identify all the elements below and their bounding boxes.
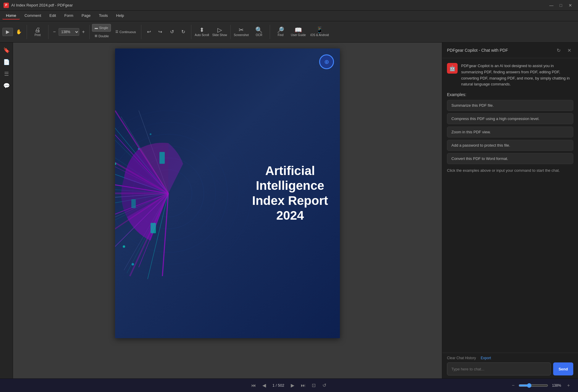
print-label: Print — [35, 33, 41, 37]
window-title: AI Index Report 2024.pdf - PDFgear — [11, 3, 545, 7]
separator-6 — [230, 25, 231, 39]
screenshot-button[interactable]: ✂ Screenshot — [233, 23, 250, 41]
separator-4 — [141, 25, 141, 39]
minimize-button[interactable]: — — [547, 2, 556, 8]
auto-scroll-button[interactable]: ⬍ Auto Scroll — [194, 23, 210, 41]
sidebar-comments-button[interactable]: 💬 — [1, 80, 12, 91]
print-button[interactable]: 🖨 Print — [29, 23, 46, 41]
continuous-icon: ☰ — [115, 30, 118, 34]
sidebar-pages-button[interactable]: 📄 — [1, 57, 12, 67]
ios-android-icon: 📱 — [316, 27, 323, 33]
copilot-hint-text: Click the examples above or input your c… — [447, 168, 573, 174]
undo-button[interactable]: ↩ — [144, 28, 154, 36]
example-btn-4[interactable]: Convert this PDF to Word format. — [447, 153, 573, 164]
copilot-close-button[interactable]: ✕ — [565, 46, 573, 54]
screenshot-label: Screenshot — [234, 33, 249, 37]
view-modes-group-2: ☰ Continuous — [113, 28, 139, 36]
double-label: Double — [99, 34, 109, 38]
copilot-header-left: PDFgear Copilot - Chat with PDF — [447, 48, 508, 53]
send-button[interactable]: Send — [553, 362, 573, 375]
separator-3 — [89, 25, 90, 39]
copilot-intro-text: PDFgear Copilot is an AI tool designed t… — [461, 63, 573, 88]
pdf-logo-badge: ⊕ — [319, 54, 334, 69]
main-content: 🔖 📄 ☰ 💬 — [0, 43, 578, 378]
ios-android-label: iOS & Android — [310, 33, 329, 37]
find-label: Find — [278, 33, 283, 37]
auto-scroll-label: Auto Scroll — [195, 33, 209, 37]
zoom-in-button[interactable]: + — [80, 28, 87, 35]
pdf-page: Artificial Intelligence Index Report 202… — [115, 48, 340, 338]
example-btn-1[interactable]: Compress this PDF using a high compressi… — [447, 113, 573, 124]
sidebar-bookmark-button[interactable]: 🔖 — [1, 45, 12, 56]
zoom-out-button[interactable]: − — [51, 28, 58, 35]
rotate-view-button[interactable]: ↺ — [320, 381, 329, 390]
single-page-icon: ▬ — [95, 26, 98, 30]
pdf-cover-title: Artificial Intelligence Index Report 202… — [252, 163, 328, 223]
user-guide-label: User Guide — [291, 33, 306, 37]
maximize-button[interactable]: □ — [557, 2, 565, 8]
close-button[interactable]: ✕ — [566, 2, 574, 8]
undo-redo-group: ↩ ↪ — [144, 28, 166, 36]
svg-point-35 — [123, 245, 125, 248]
pdf-viewer-area[interactable]: Artificial Intelligence Index Report 202… — [13, 43, 442, 378]
single-label: Single — [99, 26, 108, 30]
redo-button[interactable]: ↪ — [155, 28, 166, 36]
first-page-button[interactable]: ⏮ — [249, 381, 258, 390]
copilot-footer: Clear Chat History Export Send — [442, 353, 578, 378]
svg-rect-41 — [159, 152, 165, 164]
find-button[interactable]: 🔎 Find — [272, 23, 289, 41]
rotate-right-button[interactable]: ↻ — [178, 28, 189, 36]
copilot-robot-icon: 🤖 — [447, 63, 458, 74]
find-icon: 🔎 — [277, 27, 284, 33]
chat-input-field[interactable] — [447, 362, 551, 375]
double-page-button[interactable]: ⊞ Double — [92, 32, 112, 40]
last-page-button[interactable]: ⏭ — [298, 381, 308, 390]
copilot-intro-row: 🤖 PDFgear Copilot is an AI tool designed… — [447, 63, 573, 88]
ocr-label: OCR — [256, 33, 262, 37]
bottom-bar: ⏮ ◀ 1 / 502 ▶ ⏭ ⊡ ↺ − 138% + — [0, 378, 578, 392]
app-icon: P — [4, 3, 9, 8]
menu-edit[interactable]: Edit — [46, 12, 59, 20]
export-button[interactable]: Export — [481, 356, 491, 360]
example-btn-3[interactable]: Add a password to protect this file. — [447, 140, 573, 151]
menu-home[interactable]: Home — [2, 12, 20, 20]
fit-page-button[interactable]: ⊡ — [309, 381, 319, 390]
separator-2 — [48, 25, 49, 39]
prev-page-button[interactable]: ◀ — [259, 381, 269, 390]
screenshot-icon: ✂ — [239, 27, 244, 33]
auto-scroll-icon: ⬍ — [199, 27, 204, 33]
rotate-left-button[interactable]: ↺ — [167, 28, 177, 36]
clear-history-button[interactable]: Clear Chat History — [447, 356, 476, 360]
next-page-button[interactable]: ▶ — [288, 381, 297, 390]
hand-tool-button[interactable]: ✋ — [14, 28, 24, 36]
menu-comment[interactable]: Comment — [21, 12, 45, 20]
select-tool-button[interactable]: ▶ — [2, 28, 13, 36]
continuous-label: Continuous — [120, 30, 136, 34]
zoom-select[interactable]: 138% 100% 75% 50% 200% — [59, 28, 79, 36]
bottom-zoom-in-button[interactable]: + — [565, 382, 572, 389]
examples-label: Examples: — [447, 92, 573, 97]
slide-show-button[interactable]: ▷ Slide Show — [211, 23, 228, 41]
copilot-refresh-button[interactable]: ↻ — [554, 46, 563, 54]
ocr-icon: 🔍 — [255, 27, 263, 33]
ai-graphic-svg — [115, 105, 257, 282]
menu-help[interactable]: Help — [113, 12, 128, 20]
user-guide-button[interactable]: 📖 User Guide — [290, 23, 307, 41]
separator-5 — [191, 25, 191, 39]
example-btn-2[interactable]: Zoom in this PDF view. — [447, 127, 573, 137]
sidebar-layers-button[interactable]: ☰ — [1, 69, 12, 79]
zoom-slider[interactable] — [519, 383, 548, 388]
bottom-zoom-out-button[interactable]: − — [510, 382, 517, 389]
menu-tools[interactable]: Tools — [95, 12, 111, 20]
ios-android-button[interactable]: 📱 iOS & Android — [308, 23, 332, 41]
menu-page[interactable]: Page — [78, 12, 94, 20]
continuous-page-button[interactable]: ☰ Continuous — [113, 28, 139, 36]
menu-form[interactable]: Form — [61, 12, 77, 20]
zoom-control: − 138% 100% 75% 50% 200% + — [51, 28, 87, 36]
svg-point-39 — [132, 263, 134, 265]
bottom-right: − 138% + — [510, 382, 572, 389]
separator-1 — [27, 25, 27, 39]
ocr-button[interactable]: 🔍 OCR — [251, 23, 267, 41]
example-btn-0[interactable]: Summarize this PDF file. — [447, 100, 573, 111]
single-page-button[interactable]: ▬ Single — [92, 24, 111, 32]
